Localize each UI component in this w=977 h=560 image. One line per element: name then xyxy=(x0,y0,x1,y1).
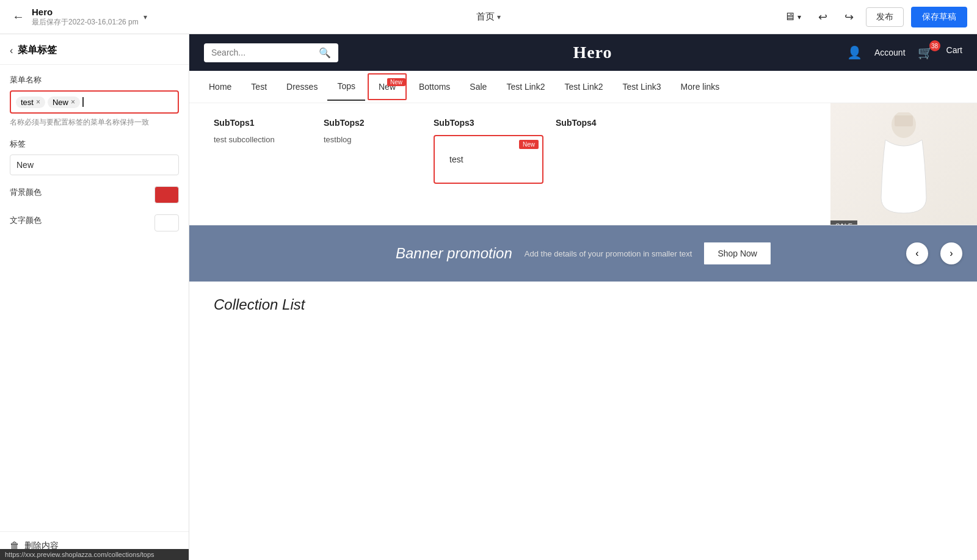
center-nav: 首页 ▾ xyxy=(476,11,501,23)
tag-new: New × xyxy=(48,96,80,108)
monitor-dropdown: ▾ xyxy=(797,13,801,21)
nav-test[interactable]: Test xyxy=(241,73,277,100)
main-layout: ‹ 菜单标签 菜单名称 test × New × 名称必须与要配 xyxy=(0,34,977,560)
left-panel: ‹ 菜单标签 菜单名称 test × New × 名称必须与要配 xyxy=(0,34,189,560)
nav-more[interactable]: More links xyxy=(671,73,730,100)
account-label: Account xyxy=(874,48,906,57)
cart-badge: 38 xyxy=(929,40,940,51)
nav-testlink3[interactable]: Test Link3 xyxy=(612,73,670,100)
dropdown-highlighted-item[interactable]: test New xyxy=(434,135,543,184)
banner-sub-text: Add the details of your promotion in sma… xyxy=(525,249,692,258)
nav-dresses[interactable]: Dresses xyxy=(277,73,327,100)
top-bar-right: 🖥 ▾ ↩ ↪ 发布 保存草稿 xyxy=(779,7,967,27)
tag-test-text: test xyxy=(21,98,34,107)
monitor-button[interactable]: 🖥 ▾ xyxy=(779,8,806,26)
monitor-icon: 🖥 xyxy=(784,10,795,23)
publish-button[interactable]: 发布 xyxy=(866,7,904,27)
app-name: Hero xyxy=(32,7,139,17)
cart-label: Cart xyxy=(946,45,962,55)
panel-title: 菜单标签 xyxy=(18,44,57,57)
tag-test: test × xyxy=(16,96,45,108)
dropdown-col-3: SubTops3 test New xyxy=(434,118,556,210)
label-group: 标签 xyxy=(10,139,179,175)
preview-area: 🔍 Hero 👤 Account 🛒 38 Cart Home Test D xyxy=(189,34,977,560)
item-new-badge: New xyxy=(519,140,539,149)
undo-button[interactable]: ↩ xyxy=(813,8,832,26)
cart-area: 🛒 38 Cart xyxy=(918,45,962,60)
menu-name-label: 菜单名称 xyxy=(10,75,179,85)
dress-svg xyxy=(876,112,931,222)
dropdown-col-4: SubTops4 xyxy=(556,118,666,210)
dropdown-area: SubTops1 test subcollection SubTops2 tes… xyxy=(189,103,977,225)
page-title: 首页 xyxy=(476,11,495,23)
search-icon: 🔍 xyxy=(319,47,331,59)
last-saved: 最后保存于2022-03-16,01:26 pm xyxy=(32,17,139,27)
subtops1-link-1[interactable]: test subcollection xyxy=(214,135,311,144)
banner-prev-button[interactable]: ‹ xyxy=(906,242,928,264)
bg-color-label: 背景颜色 xyxy=(10,187,42,198)
nav-tops[interactable]: Tops xyxy=(327,73,365,101)
collection-title: Collection List xyxy=(214,296,953,313)
product-area: SALE Electric Dreaming Yellow Floral Min… xyxy=(830,103,977,225)
panel-header: ‹ 菜单标签 xyxy=(0,34,189,65)
url-bar: https://xxx.preview.shoplazza.com/collec… xyxy=(0,549,189,560)
subtops4-title: SubTops4 xyxy=(556,118,653,128)
app-dropdown-arrow[interactable]: ▾ xyxy=(143,13,147,21)
tag-input-wrapper[interactable]: test × New × xyxy=(10,90,179,114)
app-info: Hero 最后保存于2022-03-16,01:26 pm xyxy=(32,7,139,27)
bg-color-group: 背景颜色 xyxy=(10,186,179,203)
redo-button[interactable]: ↪ xyxy=(840,8,859,26)
product-image: SALE xyxy=(830,103,977,225)
shop-now-button[interactable]: Shop Now xyxy=(704,242,771,264)
search-input[interactable] xyxy=(211,48,314,57)
item-label: test xyxy=(449,155,463,164)
tag-test-close[interactable]: × xyxy=(36,98,40,106)
save-draft-button[interactable]: 保存草稿 xyxy=(911,7,967,27)
top-bar-left: ← Hero 最后保存于2022-03-16,01:26 pm ▾ xyxy=(10,7,147,27)
label-input[interactable] xyxy=(10,155,179,175)
nav-home[interactable]: Home xyxy=(199,73,241,100)
text-color-label: 文字颜色 xyxy=(10,215,42,226)
subtops1-title: SubTops1 xyxy=(214,118,311,128)
nav-testlink2-2[interactable]: Test Link2 xyxy=(554,73,612,100)
nav-sale[interactable]: Sale xyxy=(460,73,496,100)
search-bar[interactable]: 🔍 xyxy=(204,43,338,62)
nav-new-badge: New xyxy=(387,78,405,86)
menu-name-group: 菜单名称 test × New × 名称必须与要配置标签的菜单名称保持一致 xyxy=(10,75,179,128)
store-preview: 🔍 Hero 👤 Account 🛒 38 Cart Home Test D xyxy=(189,34,977,560)
panel-back-icon[interactable]: ‹ xyxy=(10,45,13,56)
text-color-group: 文字颜色 xyxy=(10,214,179,231)
top-bar: ← Hero 最后保存于2022-03-16,01:26 pm ▾ 首页 ▾ 🖥… xyxy=(0,0,977,34)
nav-bottoms[interactable]: Bottoms xyxy=(409,73,460,100)
label-section-label: 标签 xyxy=(10,139,179,150)
back-button[interactable]: ← xyxy=(10,7,27,26)
store-nav-right: 👤 Account 🛒 38 Cart xyxy=(847,45,962,60)
tag-new-close[interactable]: × xyxy=(71,98,75,106)
text-color-row: 文字颜色 xyxy=(10,214,179,231)
nav-testlink2-1[interactable]: Test Link2 xyxy=(496,73,554,100)
bg-color-swatch[interactable] xyxy=(154,186,179,203)
dropdown-col-1: SubTops1 test subcollection xyxy=(214,118,324,210)
panel-content: 菜单名称 test × New × 名称必须与要配置标签的菜单名称保持一致 标签 xyxy=(0,65,189,531)
svg-rect-1 xyxy=(895,115,913,126)
store-header: 🔍 Hero 👤 Account 🛒 38 Cart xyxy=(189,34,977,71)
banner-section: Banner promotion Add the details of your… xyxy=(189,225,977,282)
account-icon: 👤 xyxy=(847,45,862,60)
tag-new-text: New xyxy=(53,98,68,107)
hint-text: 名称必须与要配置标签的菜单名称保持一致 xyxy=(10,117,179,128)
banner-text: Banner promotion xyxy=(396,245,512,262)
store-nav: Home Test Dresses Tops New New Bottoms S… xyxy=(189,71,977,103)
store-logo: Hero xyxy=(573,43,612,62)
page-dropdown-arrow[interactable]: ▾ xyxy=(497,13,501,21)
subtops2-title: SubTops2 xyxy=(324,118,421,128)
nav-new[interactable]: New New xyxy=(368,73,407,100)
text-cursor xyxy=(82,97,84,107)
bg-color-row: 背景颜色 xyxy=(10,186,179,203)
banner-next-button[interactable]: › xyxy=(940,242,962,264)
collection-section: Collection List xyxy=(189,282,977,328)
subtops3-title: SubTops3 xyxy=(434,118,543,128)
sale-badge: SALE xyxy=(830,220,857,225)
subtops2-link-1[interactable]: testblog xyxy=(324,135,421,144)
dropdown-col-2: SubTops2 testblog xyxy=(324,118,434,210)
text-color-swatch[interactable] xyxy=(154,214,179,231)
